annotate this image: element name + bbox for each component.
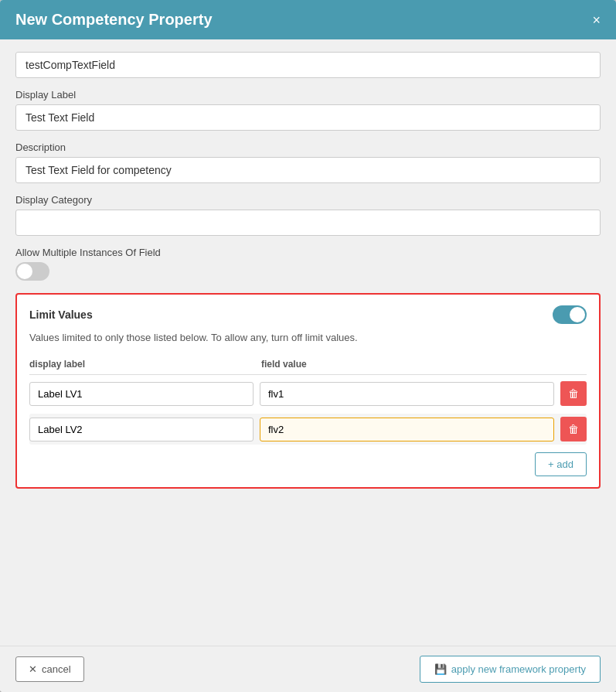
cancel-icon: ✕ [29, 663, 37, 675]
modal-body: Display Label Description Display Catego… [0, 39, 616, 646]
display-label-label: Display Label [15, 89, 601, 101]
allow-multiple-toggle[interactable] [15, 262, 49, 281]
modal-footer: ✕ cancel 💾 apply new framework property [0, 646, 616, 692]
limit-values-description: Values limited to only those listed belo… [29, 332, 587, 343]
lv-table-header: display label field value [29, 354, 587, 375]
modal-title: New Competency Property [15, 11, 213, 29]
lv-field-input-1[interactable] [260, 382, 554, 406]
limit-values-toggle[interactable] [553, 305, 587, 324]
cancel-button[interactable]: ✕ cancel [15, 656, 84, 682]
lv-add-row: + add [29, 452, 587, 476]
toggle-slider-off[interactable] [15, 262, 49, 281]
limit-value-row-2: 🗑 [29, 414, 587, 445]
lv-display-input-2[interactable] [29, 418, 254, 441]
display-label-group: Display Label [15, 89, 601, 131]
lv-display-input-1[interactable] [29, 382, 254, 406]
close-button[interactable]: × [592, 13, 601, 27]
cancel-label: cancel [42, 663, 71, 675]
apply-icon: 💾 [434, 663, 447, 675]
new-competency-property-modal: New Competency Property × Display Label … [0, 0, 616, 692]
limit-values-toggle-slider[interactable] [553, 305, 587, 324]
trash-icon-2: 🗑 [568, 423, 579, 435]
trash-icon-1: 🗑 [568, 387, 579, 400]
modal-header: New Competency Property × [0, 0, 616, 39]
col-display-label: display label [29, 359, 261, 370]
limit-values-header: Limit Values [29, 305, 587, 324]
apply-label: apply new framework property [451, 663, 586, 675]
display-category-label: Display Category [15, 194, 601, 206]
lv-delete-button-2[interactable]: 🗑 [560, 417, 587, 441]
description-group: Description [15, 141, 601, 183]
apply-button[interactable]: 💾 apply new framework property [420, 656, 601, 683]
limit-values-title: Limit Values [29, 309, 93, 321]
lv-add-button[interactable]: + add [535, 452, 587, 476]
allow-multiple-group: Allow Multiple Instances Of Field [15, 247, 601, 281]
description-input[interactable] [15, 157, 601, 183]
description-label: Description [15, 141, 601, 153]
lv-delete-button-1[interactable]: 🗑 [560, 381, 587, 406]
name-input[interactable] [15, 52, 601, 78]
lv-field-input-2[interactable] [260, 418, 554, 441]
allow-multiple-toggle-container [15, 262, 601, 281]
display-category-group: Display Category [15, 194, 601, 236]
limit-value-row-1: 🗑 [29, 381, 587, 406]
col-field-label: field value [261, 359, 587, 370]
allow-multiple-label: Allow Multiple Instances Of Field [15, 247, 601, 258]
name-field-group [15, 52, 601, 78]
display-category-input[interactable] [15, 210, 601, 236]
display-label-input[interactable] [15, 104, 601, 131]
limit-values-box: Limit Values Values limited to only thos… [15, 293, 601, 489]
